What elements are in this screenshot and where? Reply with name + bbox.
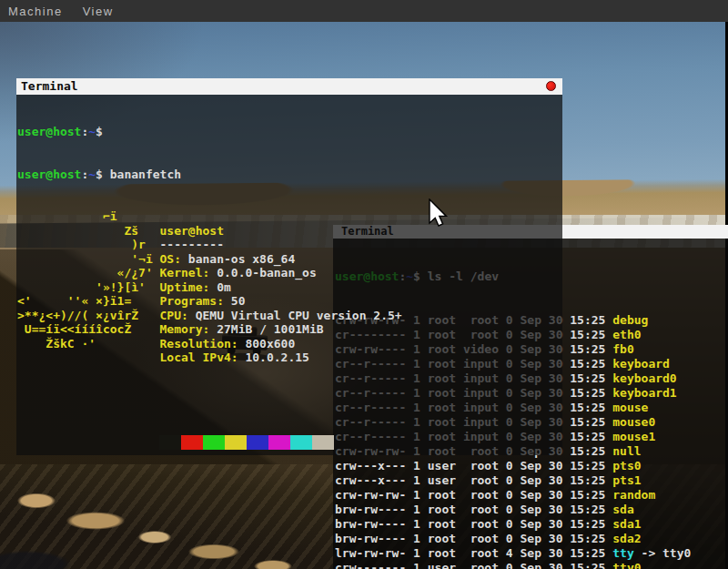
terminal-prompt-line: user@host:~$	[17, 125, 562, 139]
ls-row: crw------- 1 user root 0 Sep 30 15:25 tt…	[335, 561, 728, 569]
fetch-line: <' ''« ×}ï1= Programs: 50	[17, 294, 562, 309]
ls-row: brw-rw---- 1 root root 0 Sep 30 15:25 sd…	[335, 503, 728, 517]
fetch-line: >**¿<+)//( ×¿vîrŽ CPU: QEMU Virtual CPU …	[17, 309, 562, 323]
menu-item-machine[interactable]: Machine	[8, 5, 63, 18]
ls-row: lrw-rw-rw- 1 root root 4 Sep 30 15:25 tt…	[335, 546, 728, 561]
color-swatch	[159, 435, 181, 450]
terminal1-title: Terminal	[21, 79, 78, 93]
vm-menu-bar: Machine View	[0, 0, 728, 22]
fetch-line: ŽškC ·' Resolution: 800x600	[17, 337, 562, 351]
fetch-line: U==íï<<íííîcocŽ Memory: 27MiB / 1001MiB	[17, 322, 562, 337]
menu-item-view[interactable]: View	[83, 5, 114, 18]
fetch-line: '»!}[ì' Uptime: 0m	[17, 280, 562, 295]
terminal-command-line: user@host:~$ bananfetch	[17, 168, 562, 182]
screen: Machine View Terminal user@host:~$ ls -l…	[0, 0, 728, 569]
fetch-line: «/¿7' Kernel: 0.0.0-banan_os	[17, 266, 562, 280]
wallpaper-rock-outcrops	[0, 464, 382, 569]
color-swatch	[203, 435, 225, 450]
close-button[interactable]	[546, 81, 556, 91]
fetch-line: ⌐ï	[17, 209, 562, 224]
mouse-cursor-icon	[429, 198, 449, 228]
terminal-window-fetch: Terminal user@host:~$ user@host:~$ banan…	[16, 78, 562, 455]
terminal-color-palette	[159, 407, 562, 456]
color-swatch	[225, 435, 247, 450]
palette-row-normal	[159, 435, 562, 450]
color-swatch	[312, 435, 334, 450]
color-swatch	[181, 435, 203, 450]
color-swatch	[268, 435, 290, 450]
ls-row: brw-rw---- 1 root root 0 Sep 30 15:25 sd…	[335, 517, 728, 532]
command-text: bananfetch	[110, 168, 181, 181]
terminal1-titlebar[interactable]: Terminal	[16, 78, 562, 95]
fetch-line: '¬ï OS: banan-os x86_64	[17, 252, 562, 267]
fetch-line: Zš user@host	[17, 224, 562, 239]
ls-row: brw-rw---- 1 root root 0 Sep 30 15:25 sd…	[335, 532, 728, 546]
fetch-output: ⌐ï Zš user@host )r --------- '¬ï OS: ban…	[17, 209, 562, 365]
fetch-line: )r ---------	[17, 238, 562, 252]
ls-row: crw---x--- 1 user root 0 Sep 30 15:25 pt…	[335, 459, 728, 473]
terminal1-content[interactable]: user@host:~$ user@host:~$ bananfetch ⌐ï …	[16, 95, 562, 455]
color-swatch	[247, 435, 268, 450]
ls-row: crw-rw-rw- 1 root root 0 Sep 30 15:25 ra…	[335, 488, 728, 503]
fetch-line: Local IPv4: 10.0.2.15	[17, 351, 562, 365]
ls-row: crw---x--- 1 user root 0 Sep 30 15:25 pt…	[335, 473, 728, 488]
color-swatch	[290, 435, 312, 450]
